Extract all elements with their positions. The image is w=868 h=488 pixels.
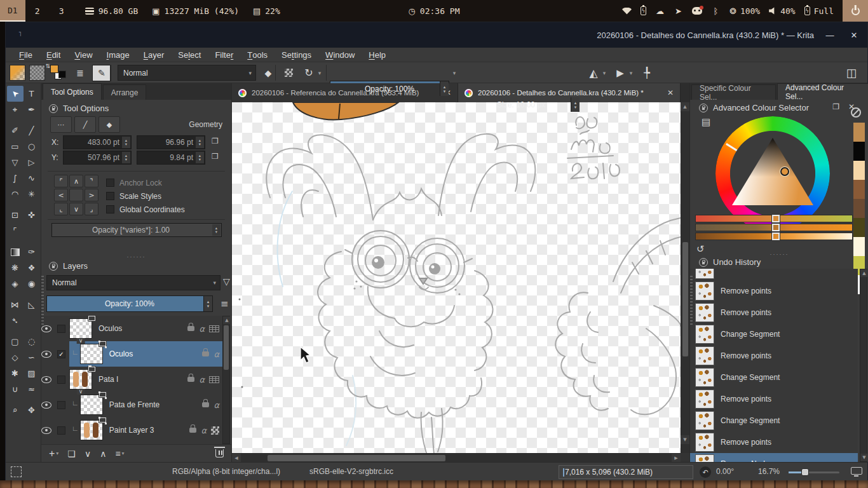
expand-chevron-icon[interactable]: ∨	[77, 389, 85, 395]
history-swatch[interactable]	[853, 199, 865, 218]
scroll-right-icon[interactable]: ▶	[672, 454, 681, 463]
checkbox-global-coordinates[interactable]: Global Coordinates	[106, 203, 185, 216]
anchor-button[interactable]: >	[85, 189, 98, 201]
scroll-down-icon[interactable]: ▼	[681, 435, 689, 444]
layer-opacity-spinner[interactable]: ▴▾	[203, 296, 212, 311]
layer-filter-icon[interactable]: ▽	[223, 276, 230, 287]
layer-properties-button[interactable]: ≡▾	[115, 449, 124, 459]
tab-specific-colour-selector[interactable]: Specific Colour Sel...	[691, 85, 776, 100]
telegram-icon[interactable]: ➤	[674, 6, 683, 16]
layer-row-pata-i[interactable]: ∨Pata Iα	[41, 367, 223, 392]
bezier-curve-tool[interactable]: ∫	[7, 170, 24, 186]
wraparound-mode-button[interactable]: ╄	[639, 65, 655, 81]
tab-advanced-colour-selector[interactable]: Advanced Colour Sel...	[777, 83, 868, 100]
anchor-button[interactable]: ⌝	[85, 175, 98, 187]
vertical-mirror-button[interactable]: ▶	[612, 65, 628, 81]
crop-tool[interactable]: ⌜	[7, 223, 24, 239]
add-layer-button[interactable]: +▾	[49, 448, 58, 459]
layer-checkbox[interactable]	[57, 426, 65, 435]
anchor-button[interactable]: ⌟	[85, 203, 98, 215]
checkbox-box[interactable]	[106, 192, 114, 200]
reference-images-tool[interactable]: ➴	[7, 313, 24, 329]
anchor-button[interactable]: ∧	[69, 175, 83, 187]
no-color-icon[interactable]	[851, 107, 861, 118]
minimize-button[interactable]: —	[819, 22, 841, 48]
canvas-document[interactable]	[232, 102, 681, 453]
menu-window[interactable]: Window	[318, 48, 362, 62]
selection-mode-icon[interactable]	[11, 466, 22, 477]
gradient-tool[interactable]	[7, 244, 24, 260]
alpha-icon[interactable]: α	[214, 400, 219, 410]
rectangle-tool[interactable]: ▭	[7, 139, 24, 154]
visibility-eye-icon[interactable]	[41, 376, 51, 383]
checkbox-box[interactable]	[106, 205, 114, 214]
zoom-tool[interactable]: ⌕	[7, 402, 24, 418]
alpha-icon[interactable]: α	[199, 375, 205, 384]
scroll-handle[interactable]	[224, 325, 229, 370]
volume-indicator[interactable]: 40%	[769, 6, 795, 16]
layer-opacity-slider[interactable]: Opacity: 100% ▴▾	[46, 295, 213, 312]
alpha-icon[interactable]: α	[199, 324, 205, 334]
blending-mode-dropdown[interactable]: Normal ▾	[118, 65, 256, 81]
close-tab-icon[interactable]: ✕	[667, 88, 674, 97]
cloud-icon[interactable]: ☁	[655, 6, 665, 16]
contiguous-select-tool[interactable]: ✱	[7, 365, 24, 381]
stroke-subtool-button[interactable]: ╱	[74, 116, 96, 133]
transform-tool[interactable]: ⊡	[7, 207, 24, 223]
undo-item[interactable]: Remove points	[690, 280, 858, 302]
hmirror-dropdown-icon[interactable]: ▾	[600, 65, 608, 81]
similar-select-tool[interactable]: ▨	[24, 365, 40, 381]
canvas-horizontal-scrollbar[interactable]: ◀ ▶	[232, 453, 681, 462]
layer-scrollbar[interactable]: ▲	[222, 316, 230, 444]
layer-row-paint-layer-3[interactable]: Paint Layer 3α	[41, 417, 223, 443]
tab-tool-options[interactable]: Tool Options	[43, 83, 102, 100]
float-docker-icon[interactable]: ❐	[832, 102, 839, 111]
gradient-swatch[interactable]	[10, 65, 25, 81]
rect-select-tool[interactable]: ▢	[7, 334, 24, 349]
assistants-tool[interactable]: ⋈	[7, 297, 24, 313]
scroll-up-icon[interactable]: ▲	[223, 316, 231, 324]
visibility-eye-icon[interactable]	[41, 427, 51, 434]
tab-arrange[interactable]: Arrange	[103, 85, 147, 100]
canvas-vertical-scrollbar[interactable]: ▲ ▼	[681, 102, 689, 453]
layer-menu-icon[interactable]: ≡	[220, 298, 229, 309]
layer-row-oculos[interactable]: ✓Oculosα	[41, 341, 223, 367]
undo-item[interactable]: Change Segment	[690, 323, 858, 345]
fit-screen-icon[interactable]	[851, 467, 862, 475]
fill-tool[interactable]: ◈	[7, 276, 24, 292]
freehand-select-tool[interactable]: ∽	[24, 349, 40, 365]
anchor-button[interactable]	[69, 189, 83, 201]
smart-patch-tool[interactable]: ❋	[7, 260, 24, 276]
zoom-slider[interactable]	[789, 471, 839, 473]
wifi-icon[interactable]	[622, 8, 632, 15]
polygon-tool[interactable]: ▽	[7, 154, 24, 170]
measure-tool[interactable]: ◺	[24, 297, 40, 313]
undo-scrollbar[interactable]: ▲ ▼	[860, 269, 867, 462]
freehand-path-tool[interactable]: ∿	[24, 170, 40, 186]
visibility-eye-icon[interactable]	[41, 402, 51, 409]
layer-row-body[interactable]: Oculosα	[69, 341, 223, 367]
zoom-handle[interactable]	[801, 468, 809, 476]
hue-slider[interactable]	[695, 215, 853, 222]
enclose-fill-tool[interactable]: ◉	[24, 276, 40, 292]
scroll-handle[interactable]	[268, 455, 445, 461]
duplicate-layer-button[interactable]: ❏	[67, 449, 76, 459]
x-spinner[interactable]	[122, 137, 130, 148]
preserve-alpha-button[interactable]	[280, 65, 297, 81]
slider-handle[interactable]	[772, 215, 780, 222]
ellipse-select-tool[interactable]: ◌	[24, 334, 40, 349]
position-subtool-button[interactable]: ⋯	[50, 116, 72, 133]
expand-chevron-icon[interactable]: ∨	[77, 338, 85, 344]
checker-icon[interactable]	[211, 426, 219, 435]
menu-tools[interactable]: Tools	[240, 48, 275, 62]
edit-brush-settings-button[interactable]: ✎	[92, 65, 111, 81]
magnetic-select-tool[interactable]: ≈	[24, 381, 40, 397]
bluetooth-icon[interactable]: ᛒ	[711, 6, 721, 16]
layer-row-body[interactable]: Pata de Frenteα	[69, 392, 223, 417]
shape-opacity-field[interactable]: Opacity [*varies*]: 1.00	[51, 223, 222, 237]
opacity-dropdown-icon[interactable]: ▾	[451, 65, 458, 81]
history-swatch[interactable]	[853, 161, 865, 180]
document-dimensions-field[interactable]: 7,016 x 5,096 (430.2 MiB)	[559, 465, 693, 479]
fill-subtool-button[interactable]: ◆	[98, 116, 120, 133]
document-tab-referencia[interactable]: 20260106 - Referencia do Cannella.kra (9…	[232, 83, 458, 102]
